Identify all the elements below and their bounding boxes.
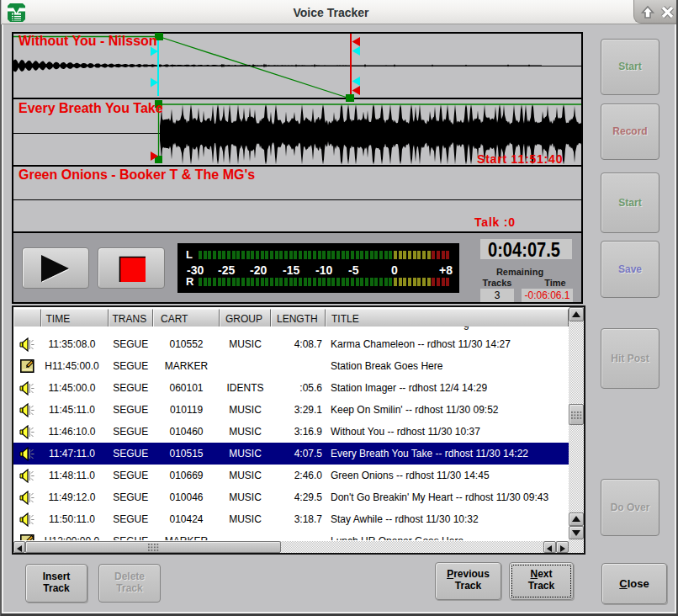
svg-text:0:04:07.5: 0:04:07.5 <box>488 239 560 259</box>
